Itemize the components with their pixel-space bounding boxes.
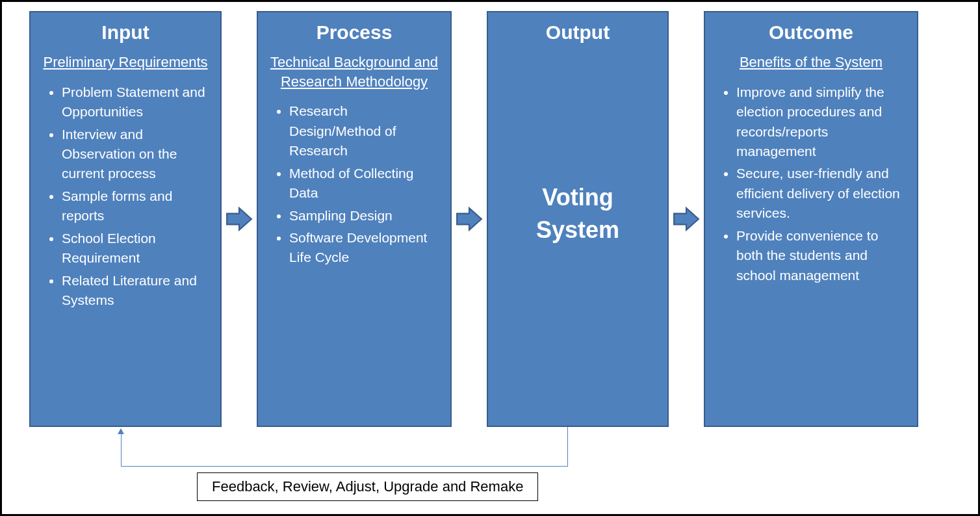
arrow-output-outcome	[669, 11, 704, 427]
list-item: Interview and Observation on the current…	[62, 125, 209, 184]
feedback-label-box: Feedback, Review, Adjust, Upgrade and Re…	[197, 472, 538, 501]
outcome-subtitle: Benefits of the System	[717, 53, 905, 72]
process-list: Research Design/Method of Research Metho…	[270, 101, 439, 270]
feedback-connector-across	[121, 466, 568, 467]
outcome-list: Improve and simplify the election proced…	[717, 83, 905, 288]
list-item: Provide convenience to both the students…	[736, 226, 905, 285]
process-box: Process Technical Background and Researc…	[257, 11, 452, 427]
arrow-input-process	[222, 11, 257, 427]
svg-marker-2	[674, 208, 699, 230]
feedback-connector-down	[567, 427, 568, 466]
list-item: Improve and simplify the election proced…	[736, 83, 905, 162]
arrow-right-icon	[456, 205, 483, 233]
list-item: Software Development Life Cycle	[289, 228, 439, 268]
list-item: Research Design/Method of Research	[289, 101, 439, 161]
list-item: Sample forms and reports	[62, 187, 209, 226]
output-title: Output	[500, 21, 656, 44]
input-subtitle: Preliminary Requirements	[42, 53, 209, 72]
output-box: Output Voting System	[487, 11, 669, 427]
diagram-frame: Input Preliminary Requirements Problem S…	[0, 0, 980, 516]
list-item: School Election Requirement	[62, 229, 209, 268]
arrow-right-icon	[226, 205, 253, 233]
feedback-label: Feedback, Review, Adjust, Upgrade and Re…	[212, 478, 523, 495]
svg-marker-0	[227, 208, 251, 230]
process-subtitle: Technical Background and Research Method…	[270, 53, 439, 91]
list-item: Problem Statement and Opportunities	[62, 83, 209, 122]
list-item: Secure, user-friendly and efficient deli…	[736, 164, 905, 223]
boxes-row: Input Preliminary Requirements Problem S…	[2, 2, 978, 427]
feedback-connector-up	[121, 433, 122, 466]
input-list: Problem Statement and Opportunities Inte…	[42, 83, 209, 313]
outcome-title: Outcome	[717, 21, 905, 44]
arrow-right-icon	[673, 205, 700, 233]
input-title: Input	[42, 21, 209, 44]
svg-marker-1	[457, 208, 482, 230]
arrow-process-output	[452, 11, 487, 427]
input-box: Input Preliminary Requirements Problem S…	[29, 11, 222, 427]
list-item: Sampling Design	[289, 206, 439, 226]
outcome-box: Outcome Benefits of the System Improve a…	[704, 11, 918, 427]
feedback-arrowhead-icon	[118, 428, 124, 434]
process-title: Process	[270, 21, 439, 44]
list-item: Related Literature and Systems	[62, 271, 209, 311]
list-item: Method of Collecting Data	[289, 164, 439, 203]
output-center-text: Voting System	[500, 53, 656, 414]
